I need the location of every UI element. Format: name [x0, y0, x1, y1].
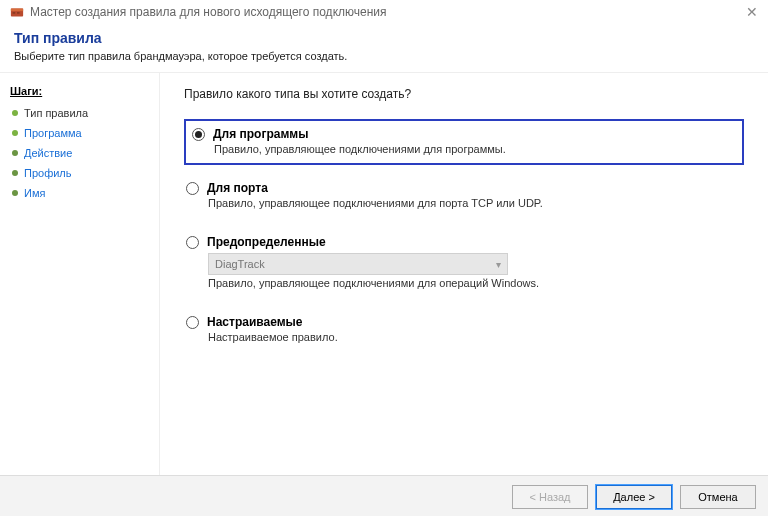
bullet-icon	[12, 150, 18, 156]
option-desc: Правило, управляющее подключениями для п…	[214, 143, 732, 155]
option-desc: Правило, управляющее подключениями для п…	[208, 197, 738, 209]
page-title: Тип правила	[14, 30, 754, 46]
step-rule-type[interactable]: Тип правила	[10, 103, 155, 123]
bullet-icon	[12, 110, 18, 116]
sidebar: Шаги: Тип правила Программа Действие Про…	[0, 73, 160, 475]
radio-custom[interactable]	[186, 316, 199, 329]
option-title: Для программы	[213, 127, 308, 141]
next-button[interactable]: Далее >	[596, 485, 672, 509]
step-label: Действие	[24, 147, 72, 159]
window-title: Мастер создания правила для нового исход…	[30, 5, 387, 19]
option-title: Предопределенные	[207, 235, 326, 249]
radio-program[interactable]	[192, 128, 205, 141]
option-program[interactable]: Для программы Правило, управляющее подкл…	[184, 119, 744, 165]
step-name[interactable]: Имя	[10, 183, 155, 203]
firewall-icon	[10, 5, 24, 19]
predefined-dropdown: DiagTrack ▾	[208, 253, 508, 275]
step-label: Программа	[24, 127, 82, 139]
close-icon[interactable]: ✕	[746, 4, 758, 20]
option-predefined[interactable]: Предопределенные DiagTrack ▾ Правило, уп…	[184, 231, 744, 295]
main-panel: Правило какого типа вы хотите создать? Д…	[160, 73, 768, 475]
option-custom[interactable]: Настраиваемые Настраиваемое правило.	[184, 311, 744, 349]
back-button: < Назад	[512, 485, 588, 509]
cancel-button[interactable]: Отмена	[680, 485, 756, 509]
option-port[interactable]: Для порта Правило, управляющее подключен…	[184, 177, 744, 215]
option-desc: Правило, управляющее подключениями для о…	[208, 277, 738, 289]
step-profile[interactable]: Профиль	[10, 163, 155, 183]
steps-label: Шаги:	[10, 85, 155, 97]
chevron-down-icon: ▾	[496, 259, 501, 270]
header: Тип правила Выберите тип правила брандма…	[0, 24, 768, 73]
svg-rect-2	[13, 12, 16, 14]
titlebar: Мастер создания правила для нового исход…	[0, 0, 768, 24]
option-title: Для порта	[207, 181, 268, 195]
svg-rect-1	[11, 9, 23, 12]
page-subtitle: Выберите тип правила брандмауэра, которо…	[14, 50, 754, 62]
radio-port[interactable]	[186, 182, 199, 195]
step-action[interactable]: Действие	[10, 143, 155, 163]
option-title: Настраиваемые	[207, 315, 302, 329]
bullet-icon	[12, 170, 18, 176]
footer: < Назад Далее > Отмена	[0, 475, 768, 516]
step-label: Имя	[24, 187, 45, 199]
option-desc: Настраиваемое правило.	[208, 331, 738, 343]
dropdown-value: DiagTrack	[215, 258, 265, 270]
radio-predefined[interactable]	[186, 236, 199, 249]
step-label: Тип правила	[24, 107, 88, 119]
bullet-icon	[12, 190, 18, 196]
step-program[interactable]: Программа	[10, 123, 155, 143]
bullet-icon	[12, 130, 18, 136]
step-label: Профиль	[24, 167, 72, 179]
question-text: Правило какого типа вы хотите создать?	[184, 87, 744, 101]
svg-rect-3	[17, 12, 20, 14]
